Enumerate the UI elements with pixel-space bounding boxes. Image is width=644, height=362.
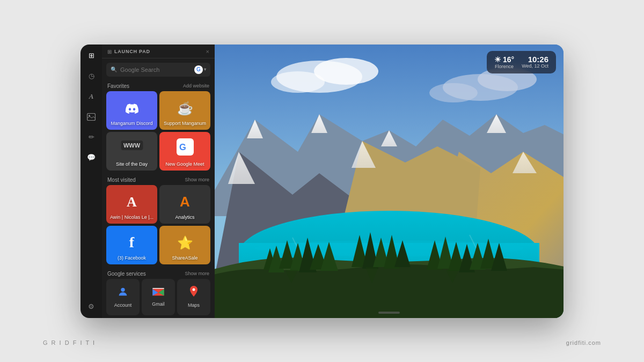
launchpad-title: LAUNCH PAD bbox=[114, 49, 150, 54]
analytics-icon: A bbox=[180, 193, 190, 210]
weather-right: 10:26 Wed, 12 Oct bbox=[522, 55, 548, 69]
launchpad-header: ⊞ LAUNCH PAD × bbox=[102, 45, 215, 58]
weather-left: ☀ 16° Florence bbox=[494, 55, 514, 69]
awin-label: Awin | Nicolas Le |... bbox=[110, 215, 153, 220]
weather-date-display: Wed, 12 Oct bbox=[522, 63, 548, 69]
sidebar-icon-grid[interactable]: ⊞ bbox=[85, 50, 97, 62]
weather-temp-display: ☀ 16° bbox=[494, 55, 514, 64]
favorites-grid: Manganum Discord ☕ Support Manganum WWW … bbox=[102, 91, 215, 174]
facebook-tile[interactable]: f (3) Facebook bbox=[106, 226, 157, 264]
svg-point-3 bbox=[121, 288, 125, 292]
scroll-indicator bbox=[378, 312, 400, 314]
launchpad-grid-icon: ⊞ bbox=[107, 49, 112, 55]
analytics-label: Analytics bbox=[175, 215, 194, 220]
account-icon bbox=[117, 286, 129, 300]
siteofday-tile[interactable]: WWW Site of the Day bbox=[106, 132, 157, 171]
gmail-label: Gmail bbox=[152, 301, 165, 307]
shareasale-tile[interactable]: ⭐ ShareASale bbox=[159, 226, 210, 264]
www-icon: WWW bbox=[121, 141, 143, 150]
main-content: ☀ 16° Florence 10:26 Wed, 12 Oct bbox=[215, 45, 564, 318]
account-label: Account bbox=[114, 302, 132, 308]
manganum-label: Support Manganum bbox=[164, 121, 206, 127]
browser-window: ⊞ ◷ A ✏ 💬 ⚙ ⊞ LAUNCH PAD × 🔍 G ▾ bbox=[80, 45, 564, 318]
google-services-row: Account Gmail Maps bbox=[102, 279, 215, 318]
svg-point-5 bbox=[193, 289, 195, 291]
sidebar-icon-chat[interactable]: 💬 bbox=[85, 152, 97, 164]
google-meet-icon: G bbox=[177, 138, 194, 156]
facebook-icon: f bbox=[129, 234, 134, 251]
search-input[interactable] bbox=[120, 67, 191, 73]
awin-icon: A bbox=[127, 194, 137, 210]
svg-point-12 bbox=[429, 83, 478, 102]
branding-left: G R I D F I T I bbox=[43, 339, 96, 346]
siteofday-label: Site of the Day bbox=[116, 161, 148, 167]
browser-sidebar: ⊞ ◷ A ✏ 💬 ⚙ bbox=[80, 45, 102, 318]
meet-label: New Google Meet bbox=[165, 161, 204, 167]
maps-label: Maps bbox=[188, 302, 200, 308]
meet-tile[interactable]: G New Google Meet bbox=[159, 132, 210, 171]
svg-point-1 bbox=[89, 115, 90, 116]
most-visited-label: Most visited bbox=[107, 177, 136, 183]
gmail-icon bbox=[152, 287, 164, 299]
sidebar-icon-image[interactable] bbox=[85, 111, 97, 123]
svg-rect-4 bbox=[152, 288, 164, 289]
add-website-button[interactable]: Add website bbox=[183, 83, 209, 88]
google-services-show-more[interactable]: Show more bbox=[185, 271, 209, 276]
weather-city-name: Florence bbox=[495, 64, 514, 69]
sidebar-icon-settings[interactable]: ⚙ bbox=[85, 301, 97, 313]
branding-right: gridfiti.com bbox=[566, 339, 601, 346]
launchpad-panel: ⊞ LAUNCH PAD × 🔍 G ▾ Favorites Add websi… bbox=[102, 45, 215, 318]
google-services-header: Google services Show more bbox=[102, 268, 215, 279]
manganum-tile[interactable]: ☕ Support Manganum bbox=[159, 91, 210, 130]
maps-tile[interactable]: Maps bbox=[177, 279, 210, 315]
svg-point-9 bbox=[271, 71, 325, 93]
awin-tile[interactable]: A Awin | Nicolas Le |... bbox=[106, 185, 157, 224]
weather-temperature: 16° bbox=[503, 55, 514, 64]
svg-text:G: G bbox=[179, 142, 186, 151]
google-search-button[interactable]: G ▾ bbox=[194, 65, 206, 74]
maps-icon bbox=[188, 286, 199, 300]
google-services-label: Google services bbox=[107, 271, 146, 277]
weather-time-display: 10:26 bbox=[528, 55, 548, 63]
most-visited-grid: A Awin | Nicolas Le |... A Analytics f (… bbox=[102, 185, 215, 268]
gmail-tile[interactable]: Gmail bbox=[142, 279, 175, 315]
coffee-icon: ☕ bbox=[177, 100, 193, 115]
most-visited-header: Most visited Show more bbox=[102, 174, 215, 185]
favorites-section-header: Favorites Add website bbox=[102, 80, 215, 91]
analytics-tile[interactable]: A Analytics bbox=[159, 185, 210, 224]
facebook-label: (3) Facebook bbox=[118, 255, 146, 261]
sidebar-icon-translate[interactable]: A bbox=[85, 91, 97, 102]
account-tile[interactable]: Account bbox=[106, 279, 140, 315]
shareasale-label: ShareASale bbox=[172, 255, 197, 261]
weather-sun-icon: ☀ bbox=[494, 55, 501, 64]
sidebar-icon-clock[interactable]: ◷ bbox=[85, 70, 97, 82]
favorites-label: Favorites bbox=[107, 83, 129, 89]
most-visited-show-more[interactable]: Show more bbox=[185, 177, 209, 182]
discord-label: Manganum Discord bbox=[111, 121, 152, 127]
discord-tile[interactable]: Manganum Discord bbox=[106, 91, 157, 130]
launchpad-close-button[interactable]: × bbox=[206, 49, 209, 55]
sidebar-icon-pencil[interactable]: ✏ bbox=[85, 131, 97, 143]
shareasale-icon: ⭐ bbox=[177, 235, 193, 250]
search-bar: 🔍 G ▾ bbox=[106, 63, 210, 77]
weather-widget: ☀ 16° Florence 10:26 Wed, 12 Oct bbox=[487, 51, 556, 73]
discord-icon bbox=[126, 102, 138, 115]
search-icon: 🔍 bbox=[111, 67, 117, 72]
